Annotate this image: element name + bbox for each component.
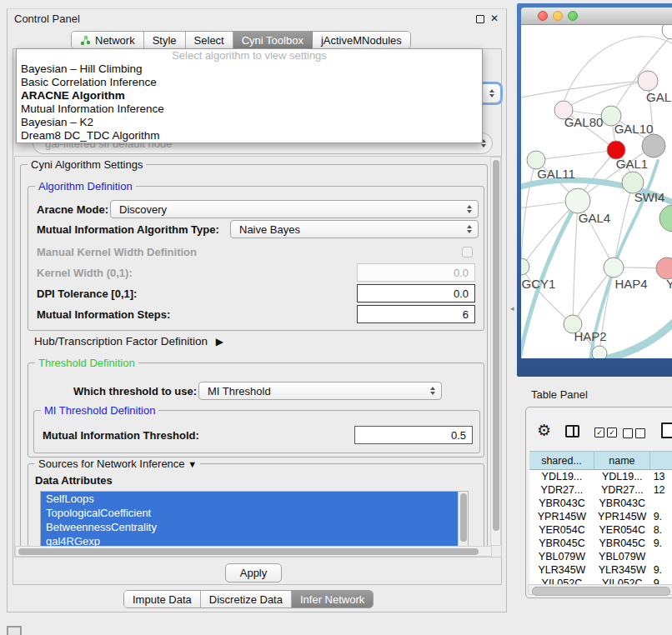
table-cell: 13 (650, 470, 672, 483)
table-horizontal-scrollbar[interactable] (528, 584, 672, 595)
close-window-icon[interactable] (538, 11, 548, 21)
table-cell: 9 (650, 577, 672, 584)
table-row[interactable]: YLR345WYLR345W9. (529, 563, 672, 577)
table-header-row: shared...name (529, 451, 672, 470)
mi-algorithm-type-label: Mutual Information Algorithm Type: (37, 223, 219, 236)
algorithm-option[interactable]: ARACNE Algorithm (17, 89, 482, 102)
column-header[interactable] (650, 452, 672, 469)
tab-jactivemnodules[interactable]: jActiveMNodules (313, 32, 410, 48)
float-panel-icon[interactable] (476, 15, 484, 23)
split-columns-icon[interactable] (565, 425, 579, 438)
network-node-label: GAL10 (614, 122, 654, 136)
which-threshold-value: MI Threshold (208, 385, 271, 398)
minimized-panel-icon[interactable] (7, 626, 22, 635)
column-header[interactable]: shared... (529, 452, 594, 469)
tab-discretize-data[interactable]: Discretize Data (201, 591, 292, 608)
network-node-GCY1[interactable] (521, 258, 529, 275)
tab-label: Infer Network (300, 593, 364, 606)
tab-style[interactable]: Style (144, 32, 186, 48)
table-row[interactable]: YBR043CYBR043C (529, 497, 672, 510)
table-cell: YLR345W (529, 563, 594, 577)
column-header[interactable]: name (594, 452, 650, 469)
network-node-label: HAP2 (574, 329, 606, 343)
export-table-icon[interactable] (661, 422, 672, 438)
algorithm-option[interactable]: Dream8 DC_TDC Algorithm (17, 129, 482, 142)
tab-infer-network[interactable]: Infer Network (292, 591, 373, 608)
network-window-titlebar[interactable] (521, 8, 672, 25)
mi-algorithm-type-combo[interactable]: Naive Bayes (230, 220, 479, 238)
vertical-scrollbar[interactable] (490, 157, 501, 546)
apply-button[interactable]: Apply (225, 563, 282, 582)
aracne-mode-value: Discovery (119, 203, 167, 216)
algorithm-dropdown-placeholder: Select algorithm to view settings (17, 49, 482, 62)
network-node-node-green-right[interactable] (659, 205, 672, 232)
deselect-all-checkboxes-icon[interactable] (623, 428, 645, 438)
zoom-window-icon[interactable] (568, 11, 578, 21)
which-threshold-combo[interactable]: MI Threshold (198, 382, 442, 400)
dpi-tolerance-value: 0.0 (454, 288, 469, 300)
network-node-node-top[interactable] (662, 25, 672, 39)
table-cell: YLR345W (594, 563, 650, 577)
network-view-window: GALGAL80GAL10GAL1GAL11SWI4GAL4GCY1HAP4YH… (517, 3, 672, 377)
data-attribute-item[interactable]: SelfLoops (41, 492, 458, 506)
tab-select[interactable]: Select (186, 32, 233, 48)
network-node-label: GAL11 (537, 167, 575, 181)
network-node-node-bottom[interactable] (592, 346, 607, 358)
tab-impute-data[interactable]: Impute Data (124, 591, 201, 608)
combo-stepper-icon (430, 387, 435, 395)
table-row[interactable]: YIL052CYIL052C9 (529, 577, 672, 584)
kernel-width-field[interactable]: 0.0 (357, 263, 475, 282)
tab-cyni-toolbox[interactable]: Cyni Toolbox (233, 32, 313, 48)
network-node-node-gray[interactable] (642, 134, 665, 158)
tab-network[interactable]: Network (72, 32, 144, 48)
horizontal-scrollbar[interactable] (15, 546, 492, 557)
network-node-gal-partial[interactable] (638, 71, 658, 91)
aracne-mode-combo[interactable]: Discovery (110, 200, 479, 218)
data-attribute-item[interactable]: TopologicalCoefficient (41, 506, 458, 520)
network-node-HAP4[interactable] (604, 258, 624, 278)
mi-threshold-group: MI Threshold Definition Mutual Informati… (33, 410, 480, 453)
manual-kernel-label: Manual Kernel Width Definition (37, 246, 197, 258)
close-panel-icon[interactable]: ✕ (490, 13, 499, 23)
chevron-right-icon: ▶ (216, 336, 223, 348)
settings-scroll-pane: Cyni Algorithm Settings Algorithm Defini… (14, 156, 502, 558)
control-panel-title: Control Panel (14, 12, 80, 25)
table-cell: YIL052C (529, 577, 594, 584)
network-node-label: GAL80 (564, 115, 604, 129)
manual-kernel-checkbox[interactable] (462, 247, 473, 258)
table-row[interactable]: YER054CYER054C8. (529, 523, 672, 537)
table-row[interactable]: YDR27...YDR27...12 (529, 483, 672, 497)
algorithm-option[interactable]: Bayesian – K2 (17, 116, 482, 129)
network-edge (521, 81, 648, 98)
table-row[interactable]: YDL19...YDL19...13 (529, 470, 672, 483)
sources-group: Sources for Network Inference ▼ Data Att… (28, 463, 484, 558)
table-cell: YPR145W (594, 510, 650, 523)
list-scrollbar[interactable] (458, 492, 468, 548)
table-row[interactable]: YBL079WYBL079W (529, 550, 672, 563)
gear-icon[interactable]: ⚙ (537, 421, 551, 440)
table-cell: 8. (650, 523, 672, 537)
select-all-checkboxes-icon[interactable]: ✓✓ (594, 428, 617, 438)
algorithm-option[interactable]: Mutual Information Inference (17, 102, 482, 116)
algorithm-option[interactable]: Bayesian – Hill Climbing (17, 62, 482, 76)
hub-definition-toggle[interactable]: Hub/Transcription Factor Definition ▶ (34, 335, 223, 348)
data-attribute-item[interactable]: BetweennessCentrality (41, 520, 458, 534)
splitter-collapse-icon[interactable]: ◂ (510, 304, 514, 312)
table-row[interactable]: YPR145WYPR145W9. (529, 510, 672, 523)
mi-steps-field[interactable]: 6 (357, 305, 475, 323)
table-cell: 9. (650, 510, 672, 523)
mi-threshold-field[interactable]: 0.5 (354, 426, 473, 444)
tab-label: Style (153, 34, 177, 47)
network-node-label: SWI4 (634, 190, 665, 204)
table-cell: YBR045C (594, 537, 650, 550)
table-cell: YDL19... (594, 470, 650, 483)
dpi-tolerance-field[interactable]: 0.0 (357, 284, 475, 302)
network-canvas[interactable]: GALGAL80GAL10GAL1GAL11SWI4GAL4GCY1HAP4YH… (521, 25, 672, 358)
minimize-window-icon[interactable] (553, 11, 563, 21)
cyni-bottom-tab-bar: Impute DataDiscretize DataInfer Network (123, 590, 374, 608)
table-cell: YDL19... (529, 470, 594, 483)
network-node-GAL4[interactable] (565, 188, 590, 213)
table-row[interactable]: YBR045CYBR045C9. (529, 537, 672, 550)
algorithm-option[interactable]: Basic Correlation Inference (17, 76, 482, 89)
mi-threshold-group-title: MI Threshold Definition (41, 404, 158, 417)
